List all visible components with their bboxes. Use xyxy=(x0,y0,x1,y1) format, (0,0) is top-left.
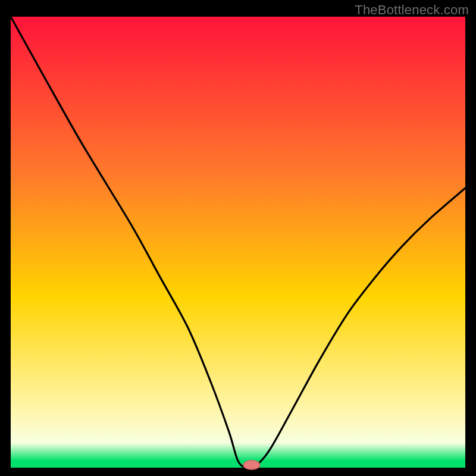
chart-stage: TheBottleneck.com xyxy=(0,0,476,476)
chart-svg xyxy=(0,0,476,476)
optimum-marker xyxy=(243,461,260,469)
plot-background xyxy=(11,17,465,468)
watermark-text: TheBottleneck.com xyxy=(355,2,469,18)
